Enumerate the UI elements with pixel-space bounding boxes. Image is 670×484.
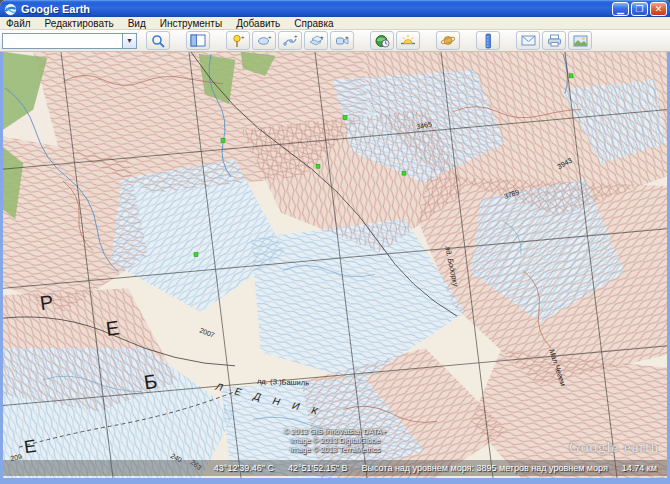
menu-help[interactable]: Справка bbox=[294, 18, 333, 29]
window-title: Google Earth bbox=[21, 3, 610, 15]
saturn-icon bbox=[440, 34, 456, 47]
sidebar-icon bbox=[190, 34, 206, 47]
add-image-overlay-button[interactable]: + bbox=[304, 31, 328, 50]
polygon-icon: + bbox=[257, 34, 272, 47]
record-tour-button[interactable]: + bbox=[330, 31, 354, 50]
map-label: лд. (З.)Башиль bbox=[257, 377, 309, 388]
copyright-line: © 2013 GIS Innovatsia, DATA+ bbox=[283, 427, 386, 436]
add-polygon-button[interactable]: + bbox=[252, 31, 276, 50]
sunlight-icon bbox=[400, 34, 416, 47]
combo-dropdown-icon[interactable]: ▼ bbox=[122, 33, 137, 49]
add-path-button[interactable]: + bbox=[278, 31, 302, 50]
historical-imagery-icon bbox=[375, 34, 390, 48]
menu-bar: Файл Редактировать Вид Инструменты Добав… bbox=[0, 17, 670, 30]
search-icon bbox=[151, 34, 165, 48]
map-viewport[interactable]: РЕБЕЛ Е Д Н И Клд. (З.)БашильМал.Чегемлд… bbox=[0, 52, 670, 484]
email-button[interactable] bbox=[516, 31, 540, 50]
sidebar-toggle-button[interactable] bbox=[186, 31, 210, 50]
minimize-button[interactable]: ▁ bbox=[612, 2, 629, 16]
copyright-line: Image © 2013 DigitalGlobe bbox=[283, 436, 386, 445]
status-bar: 43°12'39.46" С 42°51'52.15" В Высота над… bbox=[3, 460, 667, 476]
menu-file[interactable]: Файл bbox=[6, 18, 31, 29]
planets-button[interactable] bbox=[436, 31, 460, 50]
ruler-icon bbox=[484, 33, 492, 49]
google-earth-logo-icon bbox=[4, 2, 17, 15]
save-image-icon bbox=[573, 35, 588, 47]
print-button[interactable] bbox=[542, 31, 566, 50]
toolbar: ▼ + + bbox=[0, 30, 670, 52]
add-placemark-button[interactable]: + bbox=[226, 31, 250, 50]
close-button[interactable]: ✕ bbox=[650, 2, 667, 16]
menu-edit[interactable]: Редактировать bbox=[45, 18, 114, 29]
status-longitude: 42°51'52.15" В bbox=[288, 463, 348, 473]
image-overlay-icon: + bbox=[309, 34, 324, 47]
save-image-button[interactable] bbox=[568, 31, 592, 50]
maximize-button[interactable]: ❐ bbox=[631, 2, 648, 16]
historical-imagery-button[interactable] bbox=[370, 31, 394, 50]
placemark-icon: + bbox=[231, 34, 245, 48]
email-icon bbox=[521, 35, 536, 46]
svg-text:+: + bbox=[320, 34, 324, 40]
svg-text:+: + bbox=[268, 34, 272, 40]
record-tour-icon: + bbox=[335, 34, 350, 47]
search-input[interactable] bbox=[2, 33, 122, 49]
sunlight-button[interactable] bbox=[396, 31, 420, 50]
topographic-map: РЕБЕЛ Е Д Н И Клд. (З.)БашильМал.Чегемлд… bbox=[3, 52, 667, 478]
google-earth-window: Google Earth ▁ ❐ ✕ Файл Редактировать Ви… bbox=[0, 0, 670, 484]
svg-text:+: + bbox=[241, 34, 245, 40]
print-icon bbox=[547, 34, 562, 47]
google-earth-watermark: Google earth bbox=[569, 439, 659, 456]
title-bar: Google Earth ▁ ❐ ✕ bbox=[0, 0, 670, 17]
menu-tools[interactable]: Инструменты bbox=[160, 18, 222, 29]
svg-text:+: + bbox=[294, 34, 298, 39]
search-button[interactable] bbox=[146, 31, 170, 50]
status-elevation: Высота над уровнем моря: 3895 метров над… bbox=[361, 463, 607, 473]
search-combo: ▼ bbox=[2, 32, 137, 50]
menu-add[interactable]: Добавить bbox=[236, 18, 280, 29]
status-latitude: 43°12'39.46" С bbox=[214, 463, 274, 473]
ruler-button[interactable] bbox=[476, 31, 500, 50]
copyright-line: Image © 2013 TerraMetrics bbox=[283, 445, 386, 454]
svg-text:+: + bbox=[345, 34, 349, 40]
status-eye-altitude: 14.74 км bbox=[622, 463, 657, 473]
path-icon: + bbox=[283, 34, 298, 47]
menu-view[interactable]: Вид bbox=[128, 18, 146, 29]
copyright-attribution: © 2013 GIS Innovatsia, DATA+ Image © 201… bbox=[283, 427, 386, 454]
